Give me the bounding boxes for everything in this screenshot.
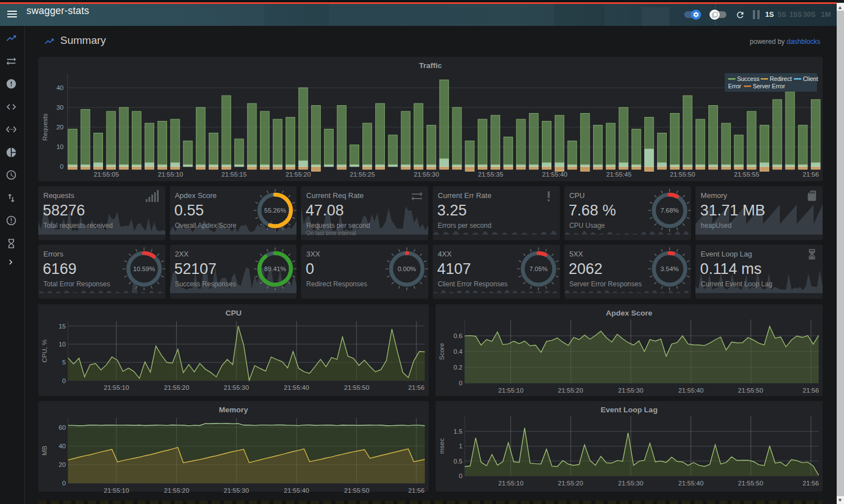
svg-text:21:55:30: 21:55:30 [224,384,249,391]
svg-text:Server Error: Server Error [753,83,785,89]
svg-text:10.59%: 10.59% [133,266,155,272]
svg-text:5: 5 [62,359,66,366]
svg-text:21:55:20: 21:55:20 [164,487,190,493]
svg-text:21:56: 21:56 [803,387,819,394]
svg-text:21:55:40: 21:55:40 [284,384,309,391]
svg-text:21:55:50: 21:55:50 [738,387,764,394]
svg-text:1: 1 [459,443,463,449]
svg-text:0.5: 0.5 [454,458,463,465]
svg-text:60: 60 [59,424,66,431]
svg-text:21:56: 21:56 [408,384,425,391]
svg-text:0.4: 0.4 [454,348,463,355]
svg-text:21:55:20: 21:55:20 [164,384,190,391]
svg-text:21:55:40: 21:55:40 [679,387,704,394]
svg-text:21:55:10: 21:55:10 [499,480,524,487]
svg-text:21:56: 21:56 [803,171,819,178]
svg-text:7.68%: 7.68% [661,207,679,214]
svg-text:7.05%: 7.05% [529,266,547,272]
svg-text:21:55:50: 21:55:50 [670,171,695,178]
svg-text:21:56: 21:56 [408,487,425,493]
svg-text:20: 20 [56,124,64,130]
svg-text:21:55:25: 21:55:25 [350,171,375,178]
svg-text:21:55:05: 21:55:05 [94,171,119,178]
svg-text:21:55:35: 21:55:35 [478,171,504,178]
svg-text:CPU: CPU [226,309,242,317]
svg-text:Memory: Memory [219,406,248,414]
svg-text:21:55:10: 21:55:10 [104,487,129,493]
svg-text:21:55:50: 21:55:50 [344,384,370,391]
svg-text:0: 0 [62,377,66,384]
svg-text:15: 15 [59,323,66,330]
svg-text:1.5: 1.5 [454,428,463,435]
svg-text:21:55:20: 21:55:20 [286,171,311,178]
svg-text:CPU, %: CPU, % [41,340,48,363]
svg-text:40: 40 [59,443,66,449]
svg-text:Redirect: Redirect [770,75,792,82]
svg-text:10: 10 [56,143,64,150]
svg-text:89.41%: 89.41% [264,266,286,272]
svg-text:Success: Success [737,75,760,82]
svg-text:21:55:40: 21:55:40 [284,487,309,493]
svg-text:21:55:20: 21:55:20 [558,387,583,394]
svg-text:Score: Score [438,343,445,360]
svg-text:21:55:45: 21:55:45 [607,171,632,178]
svg-text:0: 0 [459,380,463,386]
svg-text:0.2: 0.2 [454,364,463,371]
svg-text:21:55:20: 21:55:20 [558,480,583,487]
svg-text:21:55:10: 21:55:10 [499,387,524,394]
svg-text:21:55:30: 21:55:30 [618,387,644,394]
svg-text:Error: Error [728,83,742,89]
svg-text:10: 10 [59,341,66,348]
svg-text:21:55:30: 21:55:30 [224,487,249,493]
svg-text:Client: Client [803,75,818,82]
svg-text:21:55:40: 21:55:40 [679,480,704,487]
svg-text:Event Loop Lag: Event Loop Lag [600,406,657,414]
svg-text:0.6: 0.6 [454,332,463,339]
svg-text:20: 20 [59,461,66,468]
svg-text:30: 30 [56,104,64,111]
svg-text:55.26%: 55.26% [264,207,286,214]
svg-text:21:55:40: 21:55:40 [542,171,568,178]
svg-text:Traffic: Traffic [419,61,442,70]
svg-text:21:55:10: 21:55:10 [104,384,129,391]
svg-text:3.54%: 3.54% [661,266,679,272]
svg-text:21:55:55: 21:55:55 [734,171,760,178]
svg-text:21:55:30: 21:55:30 [618,480,644,487]
svg-text:21:56: 21:56 [803,480,819,487]
svg-text:0: 0 [459,472,463,479]
svg-text:40: 40 [56,84,64,91]
svg-text:Apdex Score: Apdex Score [606,309,653,317]
svg-text:0.00%: 0.00% [398,266,416,272]
svg-text:msec: msec [438,438,445,454]
svg-text:21:55:50: 21:55:50 [344,487,370,493]
svg-text:Requests: Requests [42,113,48,141]
svg-text:MB: MB [41,446,48,456]
svg-text:21:55:50: 21:55:50 [738,480,764,487]
svg-text:21:55:30: 21:55:30 [414,171,439,178]
svg-text:0: 0 [62,480,66,487]
svg-text:0: 0 [60,163,64,170]
svg-text:21:55:10: 21:55:10 [158,171,183,178]
svg-text:21:55:15: 21:55:15 [222,171,247,178]
